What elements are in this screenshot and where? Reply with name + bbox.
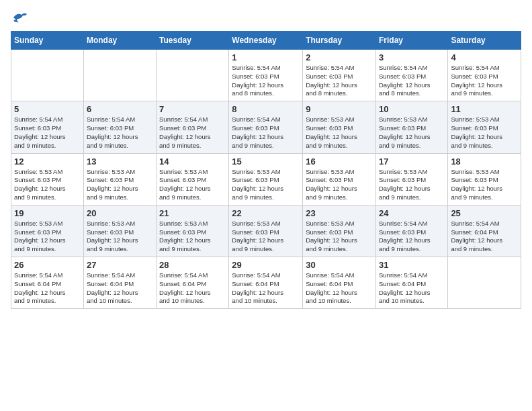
calendar-cell: 22Sunrise: 5:53 AMSunset: 6:03 PMDayligh…: [229, 205, 303, 257]
day-info: Sunrise: 5:54 AMSunset: 6:03 PMDaylight:…: [379, 64, 445, 98]
calendar-cell: 27Sunrise: 5:54 AMSunset: 6:04 PMDayligh…: [83, 257, 156, 309]
day-number: 18: [451, 156, 518, 167]
weekday-header-wednesday: Wednesday: [229, 32, 303, 50]
day-info: Sunrise: 5:53 AMSunset: 6:03 PMDaylight:…: [379, 116, 445, 150]
calendar-cell: 7Sunrise: 5:54 AMSunset: 6:03 PMDaylight…: [157, 101, 229, 153]
calendar-cell: 12Sunrise: 5:53 AMSunset: 6:03 PMDayligh…: [11, 153, 84, 205]
day-number: 20: [87, 208, 153, 218]
calendar-cell: [11, 50, 84, 101]
calendar-cell: 4Sunrise: 5:54 AMSunset: 6:03 PMDaylight…: [448, 50, 521, 101]
day-info: Sunrise: 5:54 AMSunset: 6:04 PMDaylight:…: [379, 271, 445, 306]
day-info: Sunrise: 5:53 AMSunset: 6:03 PMDaylight:…: [159, 168, 226, 202]
day-info: Sunrise: 5:53 AMSunset: 6:03 PMDaylight:…: [451, 116, 518, 150]
calendar-week-row: 19Sunrise: 5:53 AMSunset: 6:03 PMDayligh…: [11, 205, 521, 257]
day-number: 16: [306, 156, 373, 167]
day-number: 19: [14, 208, 81, 218]
day-info: Sunrise: 5:54 AMSunset: 6:03 PMDaylight:…: [232, 64, 300, 98]
calendar-cell: 2Sunrise: 5:54 AMSunset: 6:03 PMDaylight…: [303, 50, 376, 101]
day-number: 7: [159, 104, 226, 114]
day-number: 5: [14, 104, 81, 114]
day-info: Sunrise: 5:54 AMSunset: 6:03 PMDaylight:…: [87, 116, 153, 150]
day-info: Sunrise: 5:54 AMSunset: 6:03 PMDaylight:…: [451, 64, 518, 98]
calendar-cell: 29Sunrise: 5:54 AMSunset: 6:04 PMDayligh…: [229, 257, 303, 309]
calendar-cell: 19Sunrise: 5:53 AMSunset: 6:03 PMDayligh…: [11, 205, 84, 257]
weekday-header-monday: Monday: [83, 32, 156, 50]
calendar-week-row: 5Sunrise: 5:54 AMSunset: 6:03 PMDaylight…: [11, 101, 521, 153]
day-info: Sunrise: 5:54 AMSunset: 6:04 PMDaylight:…: [232, 271, 300, 306]
day-number: 9: [306, 104, 373, 114]
calendar-cell: 6Sunrise: 5:54 AMSunset: 6:03 PMDaylight…: [83, 101, 156, 153]
day-number: 23: [306, 208, 373, 218]
day-info: Sunrise: 5:53 AMSunset: 6:03 PMDaylight:…: [87, 220, 153, 254]
calendar-cell: 13Sunrise: 5:53 AMSunset: 6:03 PMDayligh…: [83, 153, 156, 205]
weekday-header-tuesday: Tuesday: [157, 32, 229, 50]
day-info: Sunrise: 5:54 AMSunset: 6:03 PMDaylight:…: [232, 116, 300, 150]
day-number: 3: [379, 52, 445, 62]
day-number: 4: [451, 52, 518, 62]
day-number: 21: [159, 208, 226, 218]
calendar-cell: 11Sunrise: 5:53 AMSunset: 6:03 PMDayligh…: [448, 101, 521, 153]
day-number: 17: [379, 156, 445, 167]
day-number: 31: [379, 260, 445, 270]
day-number: 29: [232, 260, 300, 270]
weekday-header-sunday: Sunday: [11, 32, 84, 50]
weekday-header-friday: Friday: [375, 32, 447, 50]
calendar-cell: 21Sunrise: 5:53 AMSunset: 6:03 PMDayligh…: [157, 205, 229, 257]
day-number: 10: [379, 104, 445, 114]
day-info: Sunrise: 5:53 AMSunset: 6:03 PMDaylight:…: [14, 168, 81, 202]
calendar-cell: 3Sunrise: 5:54 AMSunset: 6:03 PMDaylight…: [375, 50, 447, 101]
day-number: 13: [87, 156, 153, 167]
calendar-cell: 31Sunrise: 5:54 AMSunset: 6:04 PMDayligh…: [375, 257, 447, 309]
day-info: Sunrise: 5:53 AMSunset: 6:03 PMDaylight:…: [379, 168, 445, 202]
logo: [11, 11, 28, 24]
day-number: 11: [451, 104, 518, 114]
page-header: [11, 11, 521, 24]
day-info: Sunrise: 5:54 AMSunset: 6:03 PMDaylight:…: [14, 116, 81, 150]
day-number: 24: [379, 208, 445, 218]
day-number: 28: [159, 260, 226, 270]
day-number: 25: [451, 208, 518, 218]
calendar-cell: 18Sunrise: 5:53 AMSunset: 6:03 PMDayligh…: [448, 153, 521, 205]
calendar-table: SundayMondayTuesdayWednesdayThursdayFrid…: [11, 31, 521, 309]
calendar-cell: 20Sunrise: 5:53 AMSunset: 6:03 PMDayligh…: [83, 205, 156, 257]
day-info: Sunrise: 5:54 AMSunset: 6:03 PMDaylight:…: [379, 220, 445, 254]
calendar-cell: 15Sunrise: 5:53 AMSunset: 6:03 PMDayligh…: [229, 153, 303, 205]
logo-bird-icon: [12, 11, 28, 24]
day-info: Sunrise: 5:54 AMSunset: 6:04 PMDaylight:…: [451, 220, 518, 254]
calendar-cell: 28Sunrise: 5:54 AMSunset: 6:04 PMDayligh…: [157, 257, 229, 309]
weekday-header-saturday: Saturday: [448, 32, 521, 50]
calendar-cell: 10Sunrise: 5:53 AMSunset: 6:03 PMDayligh…: [375, 101, 447, 153]
calendar-week-row: 1Sunrise: 5:54 AMSunset: 6:03 PMDaylight…: [11, 50, 521, 101]
day-info: Sunrise: 5:53 AMSunset: 6:03 PMDaylight:…: [14, 220, 81, 254]
day-number: 26: [14, 260, 81, 270]
calendar-cell: 30Sunrise: 5:54 AMSunset: 6:04 PMDayligh…: [303, 257, 376, 309]
day-info: Sunrise: 5:54 AMSunset: 6:04 PMDaylight:…: [159, 271, 226, 306]
day-number: 8: [232, 104, 300, 114]
calendar-cell: 26Sunrise: 5:54 AMSunset: 6:04 PMDayligh…: [11, 257, 84, 309]
day-info: Sunrise: 5:53 AMSunset: 6:03 PMDaylight:…: [159, 220, 226, 254]
calendar-cell: 14Sunrise: 5:53 AMSunset: 6:03 PMDayligh…: [157, 153, 229, 205]
calendar-cell: 5Sunrise: 5:54 AMSunset: 6:03 PMDaylight…: [11, 101, 84, 153]
calendar-cell: 9Sunrise: 5:53 AMSunset: 6:03 PMDaylight…: [303, 101, 376, 153]
day-info: Sunrise: 5:54 AMSunset: 6:04 PMDaylight:…: [87, 271, 153, 306]
calendar-cell: 25Sunrise: 5:54 AMSunset: 6:04 PMDayligh…: [448, 205, 521, 257]
day-info: Sunrise: 5:53 AMSunset: 6:03 PMDaylight:…: [306, 220, 373, 254]
weekday-header-thursday: Thursday: [303, 32, 376, 50]
day-info: Sunrise: 5:53 AMSunset: 6:03 PMDaylight:…: [306, 116, 373, 150]
day-number: 15: [232, 156, 300, 167]
day-number: 6: [87, 104, 153, 114]
calendar-cell: 17Sunrise: 5:53 AMSunset: 6:03 PMDayligh…: [375, 153, 447, 205]
day-info: Sunrise: 5:54 AMSunset: 6:03 PMDaylight:…: [159, 116, 226, 150]
day-number: 27: [87, 260, 153, 270]
day-info: Sunrise: 5:54 AMSunset: 6:04 PMDaylight:…: [14, 271, 81, 306]
calendar-header-row: SundayMondayTuesdayWednesdayThursdayFrid…: [11, 32, 521, 50]
day-number: 12: [14, 156, 81, 167]
day-info: Sunrise: 5:53 AMSunset: 6:03 PMDaylight:…: [451, 168, 518, 202]
day-info: Sunrise: 5:54 AMSunset: 6:04 PMDaylight:…: [306, 271, 373, 306]
calendar-cell: 8Sunrise: 5:54 AMSunset: 6:03 PMDaylight…: [229, 101, 303, 153]
calendar-cell: 24Sunrise: 5:54 AMSunset: 6:03 PMDayligh…: [375, 205, 447, 257]
day-number: 30: [306, 260, 373, 270]
day-info: Sunrise: 5:53 AMSunset: 6:03 PMDaylight:…: [232, 168, 300, 202]
calendar-cell: 1Sunrise: 5:54 AMSunset: 6:03 PMDaylight…: [229, 50, 303, 101]
calendar-cell: [157, 50, 229, 101]
